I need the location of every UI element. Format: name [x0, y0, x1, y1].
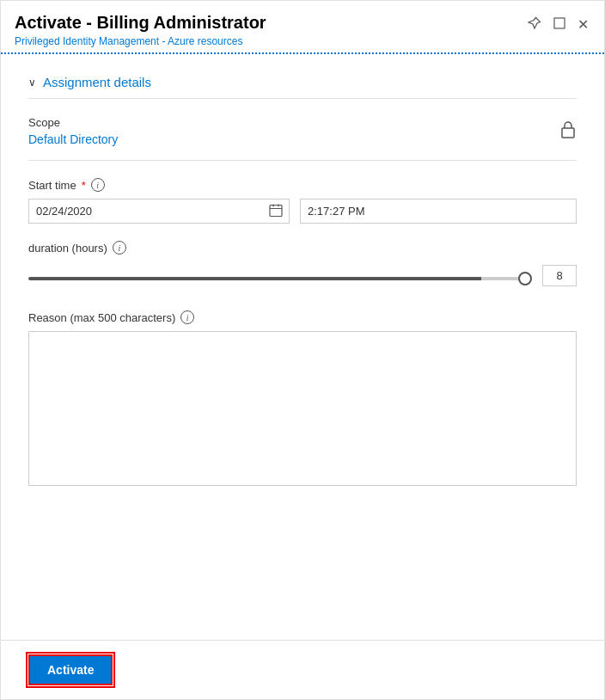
scope-section: Scope Default Directory: [28, 116, 577, 161]
dialog-subtitle: Privileged Identity Management - Azure r…: [15, 35, 266, 47]
reason-info-icon[interactable]: i: [180, 310, 194, 324]
scope-value: Default Directory: [28, 132, 118, 146]
duration-value-input[interactable]: [542, 265, 577, 286]
start-time-field: Start time * i: [28, 178, 577, 224]
reason-label: Reason (max 500 characters) i: [28, 310, 577, 324]
start-time-label: Start time * i: [28, 178, 577, 192]
slider-row: [28, 265, 577, 286]
duration-section: duration (hours) i: [28, 241, 577, 286]
duration-info-icon[interactable]: i: [113, 241, 126, 255]
assignment-details-section: ∨ Assignment details Scope Default Direc…: [28, 75, 577, 489]
activate-button[interactable]: Activate: [28, 654, 113, 685]
close-button[interactable]: ✕: [576, 16, 590, 34]
reason-textarea[interactable]: [28, 331, 577, 486]
svg-rect-0: [554, 18, 565, 28]
start-time-info-icon[interactable]: i: [91, 178, 105, 192]
header-actions: ✕: [526, 11, 590, 34]
duration-label: duration (hours) i: [28, 241, 577, 255]
date-input-wrapper: [28, 199, 290, 224]
dialog-header: Activate - Billing Administrator Privile…: [1, 1, 604, 54]
dialog-title: Activate - Billing Administrator: [15, 11, 266, 34]
duration-label-text: duration (hours): [28, 242, 107, 255]
date-input[interactable]: [28, 199, 290, 224]
svg-rect-1: [562, 128, 574, 138]
reason-label-text: Reason (max 500 characters): [28, 311, 175, 324]
chevron-down-icon: ∨: [28, 77, 36, 89]
duration-slider[interactable]: [28, 277, 532, 280]
dialog-content: ∨ Assignment details Scope Default Direc…: [1, 54, 604, 534]
required-indicator: *: [82, 179, 86, 192]
reason-section: Reason (max 500 characters) i: [28, 310, 577, 489]
pin-button[interactable]: [526, 15, 543, 34]
start-time-label-text: Start time: [28, 179, 76, 192]
scope-label: Scope: [28, 116, 118, 129]
assignment-details-label: Assignment details: [43, 75, 151, 89]
slider-wrapper: [28, 268, 532, 284]
header-title-area: Activate - Billing Administrator Privile…: [15, 11, 266, 47]
dialog-footer: Activate: [1, 640, 604, 699]
lock-icon: [559, 120, 577, 143]
maximize-button[interactable]: [552, 15, 567, 34]
assignment-details-header[interactable]: ∨ Assignment details: [28, 75, 577, 99]
time-input[interactable]: [300, 199, 577, 224]
datetime-row: [28, 199, 577, 224]
scope-group: Scope Default Directory: [28, 116, 118, 146]
